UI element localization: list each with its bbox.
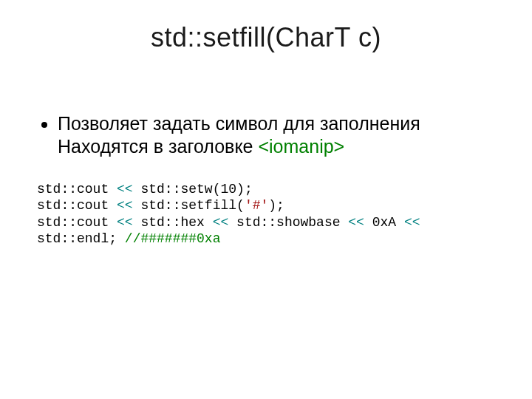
op: <<: [117, 215, 133, 230]
t: std::endl;: [37, 231, 125, 246]
num: 10: [220, 182, 236, 197]
t: std::cout: [37, 215, 117, 230]
code-block: std::cout << std::setw(10); std::cout <<…: [37, 181, 495, 248]
bullet-list: Позволяет задать символ для заполнения Н…: [37, 112, 495, 159]
t: [364, 215, 372, 230]
t: std::cout: [37, 198, 117, 213]
slide-title: std::setfill(CharT c): [37, 22, 495, 53]
header-name: <iomanip>: [258, 136, 344, 157]
num: 0xA: [372, 215, 396, 230]
bullet-line2-text: Находятся в заголовке: [58, 136, 258, 157]
t: [396, 215, 404, 230]
comment: //#######0xa: [125, 231, 221, 246]
t: );: [268, 198, 284, 213]
t: std::setw(: [133, 182, 221, 197]
code-line-4: std::endl; //#######0xa: [37, 231, 220, 246]
slide: std::setfill(CharT c) Позволяет задать с…: [0, 0, 532, 399]
op: <<: [117, 198, 133, 213]
t: std::setfill(: [133, 198, 245, 213]
code-line-3: std::cout << std::hex << std::showbase <…: [37, 215, 420, 230]
char-lit: '#': [245, 198, 268, 213]
t: std::showbase: [228, 215, 348, 230]
code-line-2: std::cout << std::setfill('#');: [37, 198, 284, 213]
op: <<: [213, 215, 229, 230]
op: <<: [117, 182, 133, 197]
t: std::hex: [133, 215, 213, 230]
code-line-1: std::cout << std::setw(10);: [37, 182, 253, 197]
t: );: [236, 182, 253, 197]
t: std::cout: [37, 182, 117, 197]
op: <<: [348, 215, 364, 230]
op: <<: [404, 215, 420, 230]
bullet-line1: Позволяет задать символ для заполнения: [58, 113, 420, 134]
bullet-item: Позволяет задать символ для заполнения Н…: [58, 112, 495, 159]
